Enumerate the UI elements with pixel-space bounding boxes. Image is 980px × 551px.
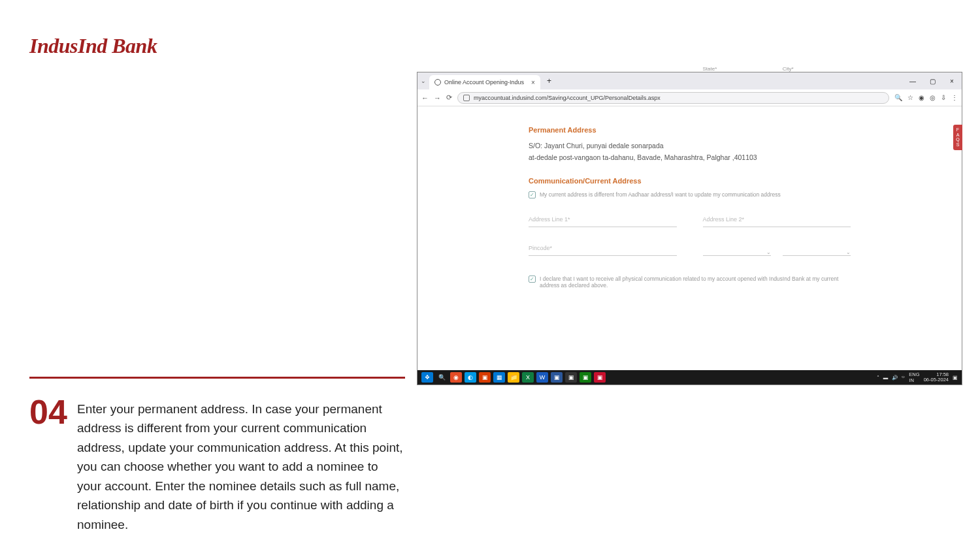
- address-bar[interactable]: myaccountuat.indusind.com/SavingAccount_…: [457, 92, 889, 104]
- edge-icon[interactable]: ◐: [465, 372, 476, 383]
- battery-icon[interactable]: ▬: [883, 375, 889, 381]
- app-icon-2[interactable]: ▣: [565, 372, 577, 383]
- different-address-checkbox[interactable]: ✓: [529, 191, 536, 198]
- city-dropdown[interactable]: City* ⌄: [783, 244, 851, 256]
- app-icon-4[interactable]: ▣: [594, 372, 606, 383]
- address-row: ← → ⟳ myaccountuat.indusind.com/SavingAc…: [417, 89, 962, 106]
- communication-address-heading: Communication/Current Address: [529, 177, 851, 185]
- excel-icon[interactable]: X: [522, 372, 534, 383]
- pincode-placeholder: Pincode*: [529, 245, 552, 251]
- extension-icon[interactable]: ◎: [930, 94, 936, 101]
- zoom-icon[interactable]: 🔍: [894, 94, 902, 101]
- permanent-address-line2: at-dedale post-vangaon ta-dahanu, Bavade…: [529, 152, 851, 164]
- forward-icon[interactable]: →: [434, 94, 441, 102]
- city-label: City*: [783, 66, 794, 72]
- start-icon[interactable]: ❖: [421, 372, 433, 383]
- address-line-2-placeholder: Address Line 2*: [703, 216, 745, 223]
- clock[interactable]: 17:5806-05-2024: [924, 372, 949, 383]
- explorer-icon[interactable]: 📁: [508, 372, 519, 383]
- language-indicator[interactable]: ENGIN: [909, 371, 919, 383]
- profile-icon[interactable]: ◉: [919, 94, 924, 101]
- tab-strip: ⌄ Online Account Opening-Indus × + — ▢ ×: [417, 72, 962, 89]
- menu-icon[interactable]: ⋮: [951, 94, 958, 101]
- chrome-icon[interactable]: ◉: [450, 372, 462, 383]
- state-label: State*: [703, 66, 717, 72]
- page-content: Permanent Address S/O: Jayant Churi, pun…: [417, 106, 962, 289]
- state-dropdown[interactable]: State* ⌄: [703, 244, 771, 256]
- teams-icon[interactable]: ▦: [493, 372, 505, 383]
- bookmark-icon[interactable]: ☆: [907, 94, 913, 101]
- step-number: 04: [29, 395, 67, 429]
- address-line-1-placeholder: Address Line 1*: [529, 216, 570, 223]
- close-window-icon[interactable]: ×: [942, 78, 962, 85]
- step-description: Enter your permanent address. In case yo…: [77, 400, 404, 534]
- windows-taskbar: ❖ 🔍 ◉ ◐ ▣ ▦ 📁 X W ▣ ▣ ▣ ▣ ˄ ▬ 🔊 ⌔ ENGIN …: [417, 370, 962, 385]
- address-line-1-input[interactable]: Address Line 1*: [529, 215, 677, 227]
- reload-icon[interactable]: ⟳: [446, 93, 452, 102]
- word-icon[interactable]: W: [536, 372, 548, 383]
- site-info-icon[interactable]: [463, 95, 470, 101]
- back-icon[interactable]: ←: [421, 94, 429, 102]
- tab-title: Online Account Opening-Indus: [444, 79, 524, 86]
- brand-logo: IndusInd Bank: [29, 34, 157, 58]
- pincode-input[interactable]: Pincode*: [529, 244, 677, 256]
- close-tab-icon[interactable]: ×: [527, 79, 535, 86]
- globe-icon: [434, 79, 441, 86]
- maximize-icon[interactable]: ▢: [923, 78, 942, 85]
- new-tab-button[interactable]: +: [540, 76, 558, 86]
- tray-up-icon[interactable]: ˄: [877, 375, 879, 381]
- tabs-dropdown-icon[interactable]: ⌄: [417, 78, 429, 84]
- app-icon-3[interactable]: ▣: [580, 372, 591, 383]
- address-line-2-input[interactable]: Address Line 2*: [703, 215, 851, 227]
- permanent-address-line1: S/O: Jayant Churi, punyai dedale sonarpa…: [529, 140, 851, 152]
- different-address-label: My current address is different from Aad…: [540, 191, 781, 198]
- faqs-side-tab[interactable]: FAQS: [953, 125, 962, 150]
- url-text: myaccountuat.indusind.com/SavingAccount_…: [474, 95, 661, 101]
- declaration-text: I declare that I want to receive all phy…: [540, 276, 851, 289]
- chevron-down-icon: ⌄: [846, 249, 851, 255]
- minimize-icon[interactable]: —: [903, 78, 923, 85]
- office-icon[interactable]: ▣: [479, 372, 491, 383]
- browser-tab[interactable]: Online Account Opening-Indus ×: [429, 75, 540, 89]
- chevron-down-icon: ⌄: [766, 249, 771, 255]
- wifi-icon[interactable]: ⌔: [902, 375, 905, 381]
- section-divider: [29, 377, 405, 379]
- search-icon[interactable]: 🔍: [436, 372, 448, 383]
- declaration-checkbox[interactable]: ✓: [529, 276, 536, 283]
- app-icon[interactable]: ▣: [551, 372, 563, 383]
- notifications-icon[interactable]: ▣: [953, 375, 958, 381]
- browser-screenshot: ⌄ Online Account Opening-Indus × + — ▢ ×…: [417, 72, 962, 385]
- permanent-address-heading: Permanent Address: [529, 126, 851, 134]
- puzzle-icon[interactable]: ⇩: [941, 94, 946, 101]
- sound-icon[interactable]: 🔊: [892, 375, 898, 381]
